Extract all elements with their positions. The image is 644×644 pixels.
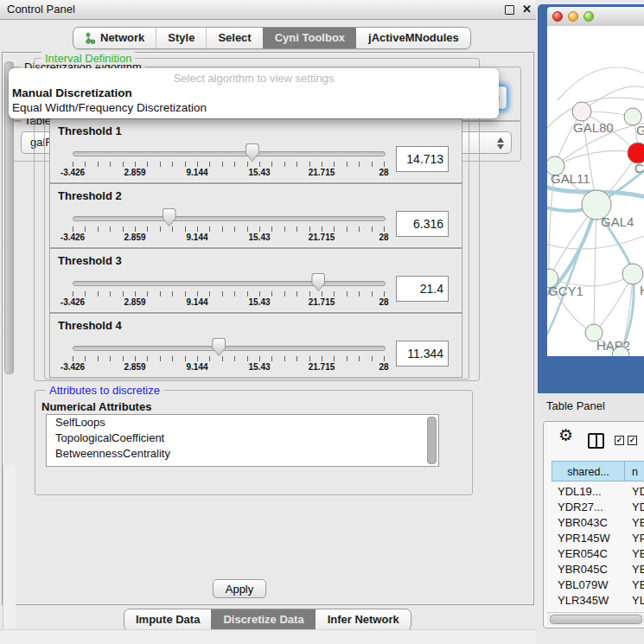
- slider-tick: [85, 356, 86, 361]
- slider-tick: [123, 291, 124, 296]
- network-edge[interactable]: [558, 67, 644, 100]
- checkbox-icon[interactable]: ✓: [615, 436, 624, 445]
- threshold-value-field[interactable]: 14.713: [396, 146, 449, 172]
- close-traffic-light-icon[interactable]: [552, 11, 563, 22]
- slider-tick: [322, 226, 322, 232]
- zoom-traffic-light-icon[interactable]: [583, 11, 594, 22]
- dropdown-option-manual[interactable]: Manual Discretization: [9, 86, 499, 100]
- threshold-value-field[interactable]: 11.344: [396, 341, 449, 367]
- table-rows: YDL19...YDL1YDR27...YDR2YBR043CYBR0YPR14…: [552, 484, 644, 612]
- dropdown-option-equal-width[interactable]: Equal Width/Frequency Discretization: [9, 100, 499, 115]
- slider-handle[interactable]: [245, 143, 259, 162]
- tab-network[interactable]: Network: [73, 28, 156, 48]
- slider-tick: [222, 291, 223, 296]
- slider-tick-label: 9.144: [186, 168, 207, 177]
- list-item[interactable]: BetweennessCentrality: [47, 446, 438, 462]
- tab-jactivemnodules[interactable]: jActiveMNodules: [356, 28, 470, 48]
- slider-tick: [309, 226, 310, 232]
- horizontal-scrollbar[interactable]: [547, 612, 644, 625]
- slider-tick-label: 21.715: [309, 168, 335, 177]
- tab-infer-network[interactable]: Infer Network: [316, 609, 411, 630]
- slider-tick: [172, 226, 173, 232]
- float-window-icon[interactable]: [505, 5, 514, 15]
- threshold-value-field[interactable]: 21.4: [396, 276, 449, 302]
- network-edge[interactable]: [594, 205, 596, 333]
- vertical-scrollbar[interactable]: [3, 465, 16, 644]
- network-canvas[interactable]: GAL80GACGAL11GAL4GCY1HHAP2: [547, 26, 644, 356]
- node-label: GCY1: [548, 284, 583, 298]
- slider-tick: [110, 226, 111, 232]
- slider-tick: [384, 291, 385, 296]
- slider-tick: [347, 291, 348, 296]
- checkbox-icon[interactable]: ✓: [628, 436, 637, 445]
- numerical-attributes-list[interactable]: SelfLoopsTopologicalCoefficientBetweenne…: [46, 414, 439, 465]
- apply-button[interactable]: Apply: [213, 579, 266, 598]
- threshold-panel: Threshold 4-3.4262.8599.14415.4321.71528…: [49, 313, 462, 378]
- slider-track[interactable]: [73, 216, 386, 221]
- network-window-titlebar[interactable]: [547, 7, 644, 26]
- table-row[interactable]: YDR27...YDR2: [552, 500, 644, 515]
- slider-handle[interactable]: [212, 338, 226, 356]
- tab-discretize-data[interactable]: Discretize Data: [211, 609, 315, 630]
- table-cell: YBR0: [625, 562, 644, 577]
- slider-tick-label: -3.426: [61, 297, 85, 307]
- table-cell: YBR043C: [552, 515, 625, 531]
- slider-tick: [309, 356, 310, 361]
- list-scrollbar-thumb[interactable]: [427, 417, 437, 464]
- slider-tick: [147, 356, 148, 361]
- slider-handle[interactable]: [311, 273, 325, 291]
- slider-tick-label: 15.43: [248, 297, 270, 307]
- slider-tick: [123, 356, 124, 361]
- slider-tick: [197, 162, 198, 167]
- slider-tick: [123, 162, 124, 167]
- slider-tick: [135, 226, 136, 232]
- column-header[interactable]: shared...: [552, 461, 625, 481]
- table-row[interactable]: YDL19...YDL1: [552, 484, 644, 500]
- split-view-icon[interactable]: [588, 433, 604, 449]
- list-item[interactable]: SelfLoops: [47, 415, 438, 430]
- table-row[interactable]: YER054CYER0: [552, 546, 644, 562]
- node-gal80[interactable]: [572, 102, 591, 121]
- table-cell: YLR345W: [552, 593, 625, 609]
- horizontal-scrollbar-thumb[interactable]: [550, 615, 642, 624]
- table-header-row: shared...n: [552, 461, 644, 481]
- slider-tick: [259, 356, 260, 361]
- tab-select[interactable]: Select: [206, 28, 262, 48]
- minimize-traffic-light-icon[interactable]: [568, 11, 578, 22]
- table-cell: YLR3: [625, 593, 644, 609]
- slider-tick-label: 9.144: [186, 233, 207, 242]
- slider-track[interactable]: [73, 346, 386, 351]
- slider-track[interactable]: [73, 151, 386, 156]
- list-item[interactable]: TopologicalCoefficient: [47, 430, 438, 446]
- bottom-tab-bar: Impute DataDiscretize DataInfer Network: [124, 609, 411, 631]
- threshold-value-field[interactable]: 6.316: [396, 211, 449, 237]
- threshold-panel: Threshold 1-3.4262.8599.14415.4321.71528…: [49, 118, 462, 183]
- table-row[interactable]: YBL079WYBL0: [552, 577, 644, 593]
- slider-tick-label: 28: [379, 297, 388, 307]
- slider-tick: [296, 162, 297, 167]
- close-icon[interactable]: ✕: [522, 0, 532, 19]
- network-edge[interactable]: [555, 150, 638, 166]
- slider-tick: [259, 291, 260, 296]
- slider-tick-label: 21.715: [309, 362, 335, 372]
- slider-tick: [347, 356, 348, 361]
- slider-tick: [73, 162, 73, 167]
- gear-icon[interactable]: ⚙: [558, 425, 573, 445]
- slider-tick-label: 28: [379, 168, 388, 177]
- table-row[interactable]: YLR345WYLR3: [552, 593, 644, 609]
- table-row[interactable]: YBR043CYBR0: [552, 515, 644, 531]
- table-cell: YDL19...: [552, 484, 625, 500]
- table-row[interactable]: YPR145WYPR1: [552, 531, 644, 546]
- column-header[interactable]: n: [625, 461, 644, 481]
- slider-track[interactable]: [73, 281, 386, 286]
- threshold-panel: Threshold 3-3.4262.8599.14415.4321.71528…: [49, 248, 462, 313]
- table-cell: YER0: [625, 546, 644, 562]
- slider-tick: [234, 356, 235, 361]
- tab-cyni-toolbox[interactable]: Cyni Toolbox: [263, 28, 356, 48]
- table-row[interactable]: YBR045CYBR0: [552, 562, 644, 577]
- slider-handle[interactable]: [163, 208, 176, 226]
- table-cell: YER054C: [552, 546, 625, 562]
- tab-style[interactable]: Style: [156, 28, 206, 48]
- tab-impute-data[interactable]: Impute Data: [124, 609, 211, 630]
- node-node-right[interactable]: [622, 264, 643, 284]
